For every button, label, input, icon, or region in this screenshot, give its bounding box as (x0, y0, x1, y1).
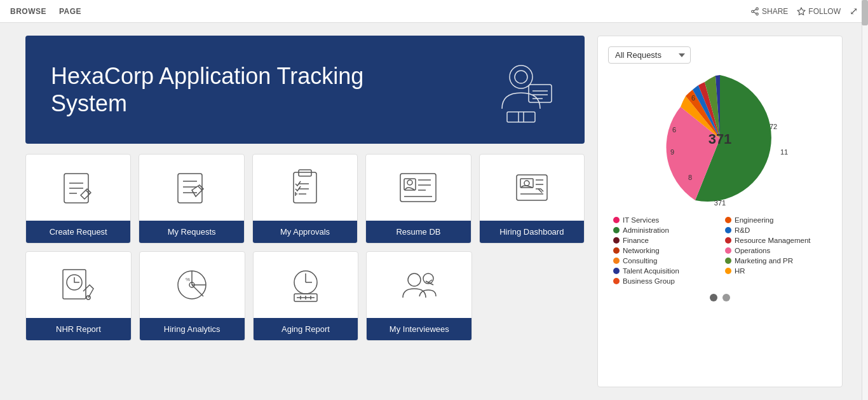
svg-rect-7 (529, 85, 552, 102)
expand-button[interactable]: ⤢ (850, 5, 858, 17)
top-bar: BROWSE PAGE SHARE FOLLOW ⤢ (0, 0, 868, 23)
svg-rect-45 (63, 270, 86, 299)
svg-rect-25 (294, 172, 316, 203)
empty-slot (480, 251, 585, 341)
legend-dot-hr (725, 268, 731, 274)
clock-icon (285, 265, 326, 305)
dot-1[interactable] (710, 294, 717, 301)
analytics-icon: % (172, 265, 212, 305)
dot-2[interactable] (722, 294, 730, 301)
chart-center-value: 371 (709, 131, 732, 147)
tile-resume-db-label: Resume DB (366, 221, 470, 243)
interviewees-icon (399, 265, 440, 305)
legend-engineering: Engineering (725, 216, 827, 224)
legend-dot-administration (613, 227, 620, 233)
legend-dot-finance (613, 237, 620, 244)
pie-chart-container: 371 8 9 6 6 72 11 371 (631, 69, 809, 209)
pie-chart: 371 8 9 6 6 72 11 371 (631, 69, 809, 209)
legend-talent-acq: Talent Acquisition (613, 267, 715, 275)
legend-dot-operations (725, 247, 731, 254)
legend-dot-consulting (613, 258, 620, 264)
banner: HexaCorp Application Tracking System (25, 36, 585, 144)
svg-point-1 (752, 10, 754, 13)
tile-my-requests-label: My Requests (139, 221, 243, 243)
svg-rect-26 (299, 170, 311, 176)
svg-point-11 (515, 71, 527, 83)
request-filter[interactable]: All Requests Open Closed In Progress (608, 46, 691, 64)
tile-my-approvals[interactable]: My Approvals (252, 154, 358, 244)
svg-line-3 (754, 11, 756, 13)
edit-icon (58, 167, 98, 208)
svg-point-34 (407, 180, 412, 185)
svg-text:72: 72 (770, 123, 777, 130)
svg-text:8: 8 (688, 174, 692, 181)
svg-text:371: 371 (714, 199, 726, 207)
left-panel: HexaCorp Application Tracking System (25, 36, 585, 387)
tile-create-request-label: Create Request (26, 221, 130, 243)
tile-my-requests[interactable]: My Requests (139, 154, 244, 244)
banner-icon (483, 52, 559, 128)
dashboard-icon (512, 167, 552, 208)
pagination-dots (710, 294, 730, 301)
svg-line-4 (754, 9, 756, 10)
tile-my-interviewees-label: My Interviewees (367, 318, 471, 340)
page-link[interactable]: PAGE (59, 7, 81, 16)
svg-point-0 (756, 8, 759, 10)
legend-marketing: Marketing and PR (725, 257, 827, 265)
legend-dot-networking (613, 247, 620, 254)
svg-rect-32 (400, 174, 436, 202)
tiles-row-2: NHR Report % Hiring Analyt (25, 251, 585, 341)
tile-hiring-dashboard[interactable]: Hiring Dashboard (479, 154, 585, 244)
legend-dot-engineering (725, 217, 731, 223)
svg-point-41 (524, 181, 529, 186)
legend-dot-resource-mgmt (725, 237, 731, 244)
share-button[interactable]: SHARE (750, 7, 788, 16)
svg-text:6: 6 (691, 94, 695, 102)
tile-hiring-analytics[interactable]: % Hiring Analytics (139, 251, 245, 341)
svg-rect-20 (178, 174, 202, 203)
svg-text:11: 11 (780, 148, 788, 156)
svg-rect-12 (507, 112, 535, 122)
tile-aging-report-label: Aging Report (254, 318, 358, 340)
report-icon (58, 265, 98, 305)
svg-point-59 (408, 273, 421, 286)
list-icon (172, 167, 212, 208)
scrollbar-track[interactable] (862, 0, 868, 400)
svg-marker-5 (797, 8, 805, 15)
follow-button[interactable]: FOLLOW (797, 7, 841, 16)
banner-title: HexaCorp Application Tracking System (51, 62, 432, 117)
tile-nhr-report[interactable]: NHR Report (25, 251, 132, 341)
tile-resume-db[interactable]: Resume DB (365, 154, 471, 244)
legend-business-group: Business Group (613, 277, 715, 285)
legend-it-services: IT Services (613, 216, 715, 224)
tile-create-request[interactable]: Create Request (25, 154, 131, 244)
tile-my-interviewees[interactable]: My Interviewees (366, 251, 472, 341)
tile-my-approvals-label: My Approvals (253, 221, 357, 243)
tiles-row-1: Create Request My Request (25, 154, 585, 244)
tile-hiring-dashboard-label: Hiring Dashboard (480, 221, 584, 243)
tiles-grid: Create Request My Request (25, 154, 585, 341)
legend-consulting: Consulting (613, 257, 715, 265)
tile-aging-report[interactable]: Aging Report (253, 251, 359, 341)
resume-icon (398, 167, 438, 208)
filter-row: All Requests Open Closed In Progress (608, 46, 832, 64)
legend-dot-talent-acq (613, 268, 620, 274)
chart-legend: IT Services Engineering Administration R… (608, 216, 832, 285)
legend-rd: R&D (725, 226, 827, 234)
legend-resource-mgmt: Resource Management (725, 237, 827, 244)
svg-text:6: 6 (672, 126, 676, 134)
legend-hr: HR (725, 267, 827, 275)
legend-dot-it-services (613, 217, 620, 223)
legend-dot-business-group (613, 278, 620, 284)
tile-nhr-report-label: NHR Report (26, 318, 131, 340)
legend-operations: Operations (725, 247, 827, 254)
browse-link[interactable]: BROWSE (10, 7, 46, 16)
svg-text:9: 9 (670, 148, 674, 156)
svg-point-2 (756, 13, 759, 15)
scrollbar-thumb[interactable] (862, 0, 868, 25)
legend-dot-marketing (725, 258, 731, 264)
right-panel: All Requests Open Closed In Progress (597, 36, 843, 387)
tile-hiring-analytics-label: Hiring Analytics (140, 318, 245, 340)
legend-dot-rd (725, 227, 731, 233)
legend-networking: Networking (613, 247, 715, 254)
